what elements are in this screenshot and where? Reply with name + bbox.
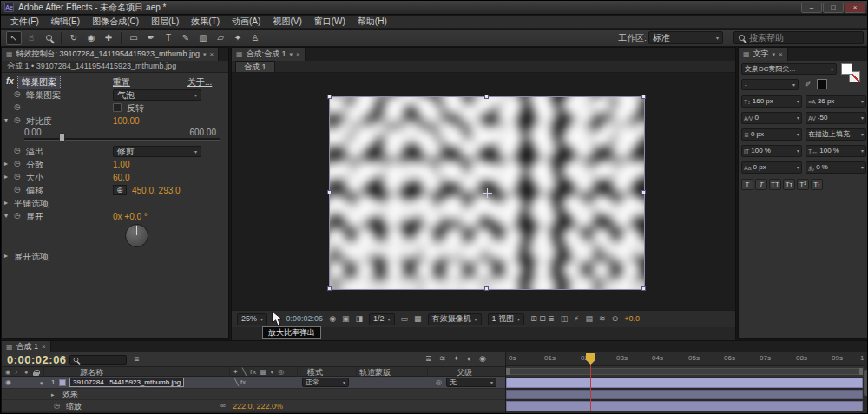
column-source-name[interactable]: 源名称	[80, 369, 103, 377]
comp-timecode[interactable]: 0:00:02:06	[286, 315, 324, 323]
contrast-slider-handle[interactable]	[59, 133, 65, 142]
effect-name[interactable]: 蜂巢图案	[17, 76, 61, 89]
stopwatch-icon[interactable]: ◷	[14, 173, 21, 181]
pixel-aspect-icon[interactable]: ◫	[561, 315, 569, 323]
type-tool-button[interactable]: T	[161, 31, 176, 45]
menu-layer[interactable]: 图层(L)	[145, 17, 185, 26]
close-icon[interactable]: ×	[210, 51, 214, 58]
font-style-dropdown[interactable]: - ▾	[741, 79, 799, 90]
composition-mini-flowchart-icon[interactable]: ≣	[134, 356, 140, 363]
rotation-tool-button[interactable]: ↻	[66, 31, 82, 45]
selection-handle[interactable]	[327, 95, 332, 99]
roto-brush-tool-button[interactable]: ✦	[230, 31, 246, 45]
stopwatch-icon[interactable]: ◷	[14, 103, 21, 111]
scale-property-row[interactable]: ◷ 缩放 ∞ 222.0, 222.0%	[2, 400, 505, 412]
black-color-swatch[interactable]	[817, 79, 827, 89]
flowchart-icon[interactable]: ≋	[599, 315, 606, 323]
cell-pattern-dropdown[interactable]: 气泡 ▾	[113, 89, 201, 101]
menu-help[interactable]: 帮助(H)	[352, 17, 393, 26]
hand-tool-button[interactable]: ☝	[23, 31, 39, 45]
tsume-stepper[interactable]: あ 0 % ▾	[806, 161, 866, 174]
column-track-matte[interactable]: 轨道蒙版	[359, 369, 391, 377]
tab-composition[interactable]: ▦ 合成:合成 1 ▾ ×	[232, 48, 306, 61]
layer-row[interactable]: ◉ ▾ 1 39107284...54415923_mthumb.jpg ╲ f…	[2, 377, 505, 389]
layer-switches-icons[interactable]: ╲ fx	[234, 379, 246, 386]
selection-tool-button[interactable]: ↖	[6, 31, 22, 45]
disperse-value[interactable]: 1.00	[113, 161, 129, 169]
timeline-track-area[interactable]: 0s 01s 02s 03s 04s 05s 06s 07s 08s 09s 1…	[505, 352, 868, 414]
timeline-search-input[interactable]	[69, 355, 127, 365]
stopwatch-icon[interactable]: ◷	[14, 160, 21, 168]
parent-pickwhip-icon[interactable]: ◎	[436, 379, 442, 386]
blend-mode-dropdown[interactable]: 正常 ▾	[302, 378, 349, 387]
resolution-dropdown[interactable]: 1/2 ▾	[369, 313, 395, 325]
contrast-slider-track[interactable]	[24, 138, 220, 141]
time-ruler[interactable]: 0s 01s 02s 03s 04s 05s 06s 07s 08s 09s 1…	[506, 352, 868, 366]
clone-stamp-tool-button[interactable]: ▥	[195, 31, 211, 45]
stopwatch-icon[interactable]: ◷	[14, 116, 21, 124]
current-time-indicator-line[interactable]	[590, 365, 591, 411]
maximize-button[interactable]: □	[823, 3, 844, 13]
tab-character[interactable]: ▦ 文字 ▾ ×	[739, 48, 788, 61]
evolution-value[interactable]: 0x +0.0 °	[113, 213, 148, 221]
horizontal-scale-stepper[interactable]: T↔ 100 % ▾	[806, 145, 866, 157]
twirl-closed-icon[interactable]: ▸	[4, 161, 8, 168]
menu-window[interactable]: 窗口(W)	[308, 17, 352, 26]
size-value[interactable]: 60.0	[113, 174, 129, 182]
camera-tool-button[interactable]: ◉	[83, 31, 99, 45]
work-area-end-handle[interactable]	[859, 368, 863, 375]
layer-name[interactable]: 39107284...54415923_mthumb.jpg	[69, 378, 184, 387]
close-icon[interactable]: ×	[779, 51, 783, 58]
effects-group-row[interactable]: ▸ 效果	[2, 389, 505, 400]
about-button[interactable]: 关于...	[187, 78, 212, 87]
twirl-closed-icon[interactable]: ▸	[51, 391, 55, 398]
region-of-interest-icon[interactable]: ▭	[401, 315, 409, 323]
selection-handle[interactable]	[641, 190, 646, 194]
column-mode[interactable]: 模式	[307, 369, 323, 377]
font-family-dropdown[interactable]: 文泉DC黄阳尖... ▾	[741, 63, 837, 75]
camera-dropdown[interactable]: 有效摄像机 ▾	[428, 313, 482, 325]
brush-tool-button[interactable]: ✎	[178, 31, 194, 45]
twirl-open-icon[interactable]: ▾	[4, 213, 8, 220]
menu-view[interactable]: 视图(V)	[266, 17, 307, 26]
stopwatch-icon[interactable]: ◷	[14, 186, 21, 194]
overflow-dropdown[interactable]: 修剪 ▾	[113, 146, 201, 157]
comp-canvas[interactable]	[232, 73, 735, 310]
show-snapshot-icon[interactable]: ▣	[342, 315, 350, 323]
view-layout-dropdown[interactable]: 1 视图 ▾	[488, 313, 525, 325]
twirl-closed-icon[interactable]: ▸	[4, 174, 8, 181]
selection-handle[interactable]	[484, 286, 489, 291]
selection-handle[interactable]	[641, 286, 646, 291]
tracking-stepper[interactable]: AV -50 ▾	[806, 112, 866, 124]
timeline-toggle-icons[interactable]: ≣ ≋ ✦ ◐ ◉	[425, 355, 502, 363]
constrain-link-icon[interactable]: ∞	[220, 403, 226, 410]
magnification-dropdown[interactable]: 25% ▾	[237, 313, 267, 325]
twirl-closed-icon[interactable]: ▸	[4, 200, 8, 207]
fast-preview-icon[interactable]: ⚡	[574, 315, 579, 323]
scale-value[interactable]: 222.0, 222.0%	[233, 403, 283, 411]
subscript-button[interactable]: T₁	[811, 179, 823, 190]
tab-effect-controls[interactable]: ▦ 特效控制台: 39107284_1411954415923_mthumb.j…	[2, 48, 219, 61]
workspace-dropdown[interactable]: 标准 ▾	[648, 31, 723, 44]
leading-stepper[interactable]: ≡A 36 px ▾	[806, 95, 866, 108]
exposure-reset-icon[interactable]: ⊙	[612, 315, 619, 323]
fill-color-swatch[interactable]	[841, 63, 852, 75]
stopwatch-icon[interactable]: ◷	[14, 90, 21, 98]
minimize-button[interactable]: –	[801, 3, 822, 13]
menu-animation[interactable]: 动画(A)	[226, 17, 266, 26]
comp-mini-tab[interactable]: 合成 1	[235, 61, 275, 72]
selection-handle[interactable]	[327, 190, 332, 194]
close-icon[interactable]: ×	[296, 51, 300, 58]
reset-button[interactable]: 重置	[113, 78, 130, 87]
panel-menu-icon[interactable]: ▾	[773, 51, 776, 57]
small-caps-button[interactable]: Tт	[783, 179, 795, 190]
snapshot-icon[interactable]: ◉	[329, 315, 336, 323]
eyedropper-icon[interactable]: ✐	[805, 81, 812, 89]
offset-value[interactable]: 450.0, 293.0	[132, 187, 181, 195]
mask-tool-button[interactable]: ▭	[126, 31, 141, 45]
menu-edit[interactable]: 编辑(E)	[45, 17, 86, 26]
stopwatch-icon[interactable]: ◷	[14, 147, 21, 154]
tab-timeline-comp[interactable]: ▦ 合成 1 ×	[2, 341, 51, 352]
font-size-stepper[interactable]: T↕ 160 px ▾	[741, 95, 802, 108]
layer-duration-bar[interactable]	[506, 378, 863, 388]
